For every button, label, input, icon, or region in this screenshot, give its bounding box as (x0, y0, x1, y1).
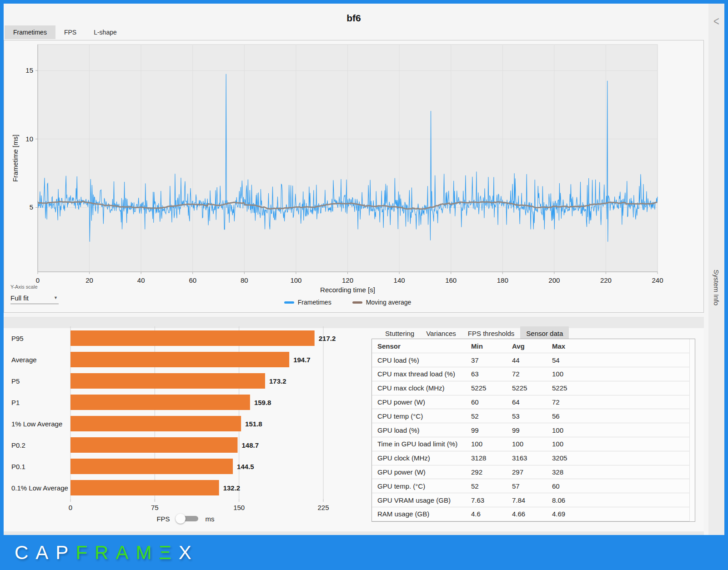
tab-frametimes[interactable]: Frametimes (5, 25, 55, 39)
window-border (0, 0, 4, 570)
table-cell: 56 (552, 409, 695, 423)
tab-variances[interactable]: Variances (420, 326, 462, 340)
svg-text:P0.1: P0.1 (11, 463, 25, 470)
svg-text:120: 120 (342, 276, 353, 284)
svg-text:0: 0 (69, 504, 72, 511)
system-info-tab[interactable]: System Info (713, 270, 720, 305)
table-cell: 4.69 (552, 507, 695, 521)
svg-text:40: 40 (137, 276, 145, 284)
logo-letter: A (35, 542, 55, 563)
toggle-knob[interactable] (176, 514, 186, 524)
svg-text:Average: Average (11, 356, 37, 364)
table-cell: 100 (552, 423, 695, 437)
column-header-avg[interactable]: Avg (512, 339, 552, 353)
table-row: CPU load (%)374454 (372, 353, 695, 367)
svg-text:173.2: 173.2 (269, 377, 286, 385)
svg-text:80: 80 (241, 276, 248, 284)
table-row: CPU power (W)606472 (372, 395, 695, 409)
bar-row-1-low-average: 1% Low Average151.8 (11, 416, 262, 431)
table-row: GPU load (%)9999100 (372, 423, 695, 437)
svg-text:75: 75 (151, 504, 159, 511)
svg-text:20: 20 (85, 276, 93, 284)
x-axis-title: Recording time [s] (38, 286, 658, 294)
y-axis-scale-value: Full fit (10, 294, 29, 302)
table-cell: 292 (471, 465, 512, 479)
table-cell: 3163 (512, 451, 552, 465)
table-cell: GPU temp. (°C) (372, 479, 471, 493)
bar-row-p1: P1159.8 (11, 395, 271, 410)
table-cell: 57 (512, 479, 552, 493)
svg-text:220: 220 (600, 276, 612, 284)
table-scrollbar[interactable] (689, 339, 695, 521)
bar-row-p0-1: P0.1144.5 (11, 459, 254, 474)
legend-swatch (352, 301, 362, 304)
table-cell: 100 (552, 367, 695, 381)
table-cell: 4.6 (471, 507, 512, 521)
tab-stuttering[interactable]: Stuttering (379, 326, 420, 340)
table-row: CPU max thread load (%)6372100 (372, 367, 695, 381)
window-border (0, 0, 728, 4)
collapse-panel-icon[interactable]: < (708, 14, 724, 29)
tab-fps-thresholds[interactable]: FPS thresholds (462, 326, 521, 340)
table-cell: 72 (512, 367, 552, 381)
tab-fps[interactable]: FPS (55, 25, 85, 39)
frametimes-line-chart: 02040608010012014016018020022024051015Fr… (4, 40, 703, 312)
table-row: Time in GPU load limit (%)100100100 (372, 437, 695, 451)
tab-l-shape[interactable]: L-shape (85, 25, 126, 39)
svg-text:P95: P95 (11, 335, 24, 342)
table-row: CPU temp (°C)525356 (372, 409, 695, 423)
fps-ms-toggle[interactable] (176, 514, 200, 524)
svg-text:180: 180 (497, 276, 508, 284)
main-area: bf6 FrametimesFPSL-shape 020406080100120… (4, 4, 708, 535)
table-cell: 100 (512, 437, 552, 451)
table-cell: 99 (512, 423, 552, 437)
table-cell: CPU max clock (MHz) (372, 381, 471, 395)
column-header-sensor[interactable]: Sensor (372, 339, 471, 353)
table-row: RAM usage (GB)4.64.664.69 (372, 507, 695, 521)
table-cell: 100 (552, 437, 695, 451)
bar-row-p0-2: P0.2148.7 (11, 437, 259, 453)
column-header-max[interactable]: Max (552, 339, 695, 353)
table-cell: CPU max thread load (%) (372, 367, 471, 381)
table-cell: Time in GPU load limit (%) (372, 437, 471, 451)
table-row: CPU max clock (MHz)522552255225 (372, 381, 695, 395)
svg-text:150: 150 (233, 504, 245, 511)
logo-letter: P (55, 542, 75, 563)
table-row: GPU power (W)292297328 (372, 465, 695, 479)
table-cell: 52 (471, 479, 512, 493)
table-cell: GPU load (%) (372, 423, 471, 437)
table-cell: 7.63 (471, 493, 512, 507)
table-cell: 100 (471, 437, 512, 451)
table-cell: 54 (552, 353, 695, 367)
svg-text:160: 160 (445, 276, 457, 284)
sensor-data-table: SensorMinAvgMaxCPU load (%)374454CPU max… (372, 339, 695, 521)
table-cell: CPU temp (°C) (372, 409, 471, 423)
table-cell: RAM usage (GB) (372, 507, 471, 521)
bar-row-p95: P95217.2 (11, 330, 336, 346)
table-cell: GPU VRAM usage (GB) (372, 493, 471, 507)
system-info-rail: < System Info (708, 4, 724, 535)
logo-letter: M (136, 542, 159, 563)
svg-text:100: 100 (290, 276, 301, 284)
svg-text:P5: P5 (11, 377, 20, 385)
table-header-row: SensorMinAvgMax (372, 339, 695, 353)
table-cell: 99 (471, 423, 512, 437)
table-row: GPU temp. (°C)525760 (372, 479, 695, 493)
logo-letter: C (15, 542, 35, 563)
tab-sensor-data[interactable]: Sensor data (520, 326, 569, 340)
column-header-min[interactable]: Min (471, 339, 512, 353)
capframex-logo: CAPFRAMΞX (15, 542, 199, 564)
bar-row-p5: P5173.2 (11, 373, 286, 389)
svg-text:P1: P1 (11, 399, 20, 406)
logo-letter: R (95, 542, 115, 563)
table-cell: 52 (471, 409, 512, 423)
legend-swatch (284, 301, 294, 304)
table-row: GPU VRAM usage (GB)7.637.848.06 (372, 493, 695, 507)
frametimes-chart-panel: 02040608010012014016018020022024051015Fr… (4, 40, 704, 313)
svg-text:15: 15 (25, 66, 33, 74)
table-cell: 72 (552, 395, 695, 409)
analysis-tab-bar: StutteringVariancesFPS thresholdsSensor … (379, 326, 569, 340)
svg-text:144.5: 144.5 (237, 463, 254, 470)
svg-text:Frametime [ms]: Frametime [ms] (11, 135, 19, 182)
table-cell: 3205 (552, 451, 695, 465)
